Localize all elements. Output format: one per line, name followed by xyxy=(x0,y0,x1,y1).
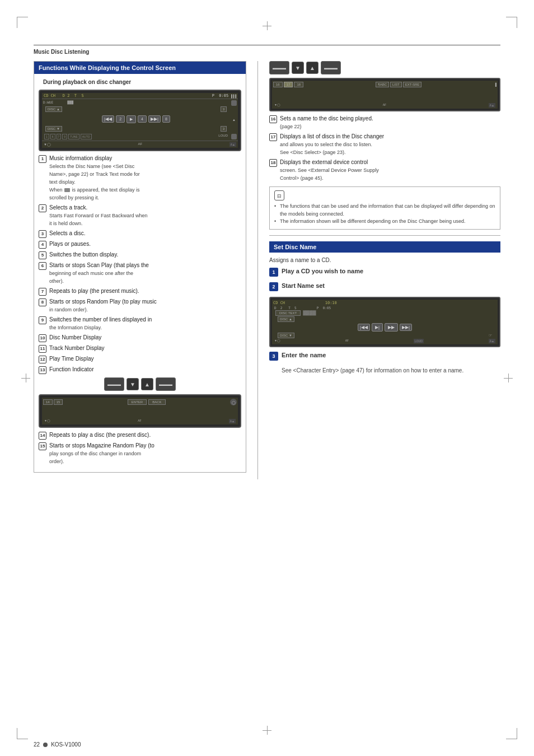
list-item: 7 Repeats to play (the present music). xyxy=(39,287,241,296)
section-header: Music Disc Listening xyxy=(34,45,500,55)
list-item: 15 Starts or stops Magazine Random Play … xyxy=(39,442,241,465)
page-footer: 22 KOS-V1000 xyxy=(34,741,81,748)
list-item: 17 Displays a list of discs in the Disc … xyxy=(269,133,500,156)
crosshair-bottom xyxy=(263,726,271,735)
note-icon: ⊟ xyxy=(274,190,284,200)
list-item: 18 Displays the external device control … xyxy=(269,158,500,182)
section-divider xyxy=(269,235,500,236)
set-disc-name-section: Set Disc Name Assigns a name to a CD. 1 … xyxy=(269,241,500,375)
device-screen-2: 14 15 ENTER BACK ◯ ▼◯ xyxy=(39,394,241,428)
model-name: KOS-V1000 xyxy=(51,741,81,748)
corner-mark-br xyxy=(506,728,517,739)
list-item: 16 Sets a name to the disc being played.… xyxy=(269,115,500,130)
note-bullets: The functions that can be used and the i… xyxy=(274,203,495,226)
list-item: 14 Repeats to play a disc (the present d… xyxy=(39,431,241,440)
items-list-1: 1 Music information display Selects the … xyxy=(39,155,241,374)
set-disc-name-subtitle: Assigns a name to a CD. xyxy=(269,257,500,263)
control-screen-box: Functions While Displaying the Control S… xyxy=(34,61,246,473)
crosshair-right xyxy=(504,374,513,382)
footer-dot xyxy=(43,743,48,747)
note-bullet-2: The information shown will be different … xyxy=(274,218,495,226)
list-item: 10 Disc Number Display xyxy=(39,334,241,342)
box-title: Functions While Displaying the Control S… xyxy=(34,62,246,74)
left-column: Functions While Displaying the Control S… xyxy=(34,61,246,479)
set-disc-name-title: Set Disc Name xyxy=(269,241,500,253)
list-item: 4 Plays or pauses. xyxy=(39,240,241,249)
screen-button-2: ▬▬▬ xyxy=(156,377,176,391)
list-item: 3 Selects a disc. xyxy=(39,230,241,238)
screen-button-up: ▲ xyxy=(141,378,153,390)
list-item: 9 Switches the number of lines displayed… xyxy=(39,316,241,332)
list-item: 8 Starts or stops Random Play (to play m… xyxy=(39,298,241,314)
note-box: ⊟ The functions that can be used and the… xyxy=(269,186,500,230)
right-items-list: 16 Sets a name to the disc being played.… xyxy=(269,115,500,182)
step-2: 2 Start Name set xyxy=(269,282,500,291)
list-item: 2 Selects a track. Starts Fast Forward o… xyxy=(39,204,241,227)
corner-mark-tr xyxy=(506,17,517,28)
list-item: 11 Track Number Display xyxy=(39,344,241,353)
box-subtitle: During playback on disc changer xyxy=(39,76,241,86)
step-3: 3 Enter the name xyxy=(269,352,500,361)
icon-buttons-area: ▬▬▬ ▼ ▲ ▬▬▬ xyxy=(39,377,241,391)
screen-button-down: ▼ xyxy=(127,378,139,390)
right-column: ▬▬▬ ▼ ▲ ▬▬▬ 16 17 xyxy=(269,61,500,479)
step-1: 1 Play a CD you wish to name xyxy=(269,268,500,277)
list-item: 5 Switches the button display. xyxy=(39,251,241,259)
right-icon-buttons: ▬▬▬ ▼ ▲ ▬▬▬ xyxy=(269,61,500,74)
device-screen-1: CD CH D 2 T S P 0:05 ▐▐▐ D:WUE ▓▓▓ xyxy=(39,90,241,151)
device-screen-right: 16 17 18 ¶ABC LIST EXT-SRE ▐ ▼◯ A xyxy=(269,78,500,111)
list-item: 1 Music information display Selects the … xyxy=(39,155,241,202)
note-bullet-1: The functions that can be used and the i… xyxy=(274,203,495,218)
corner-mark-bl xyxy=(17,728,28,739)
device-screen-set-disc: CD CH 10:10 D 2 T 5 P 0:05 DISC TEXT ▓▓▓… xyxy=(269,297,500,347)
crosshair-left xyxy=(21,374,30,382)
items-list-2: 14 Repeats to play a disc (the present d… xyxy=(39,431,241,465)
page-number: 22 xyxy=(34,741,40,748)
list-item: 12 Play Time Display xyxy=(39,355,241,363)
screen-button-1: ▬▬▬ xyxy=(104,377,124,391)
corner-mark-tl xyxy=(17,17,28,28)
list-item: 6 Starts or stops Scan Play (that plays … xyxy=(39,262,241,285)
list-item: 13 Function Indicator xyxy=(39,366,241,374)
step-3-desc: See <Character Entry> (page 47) for info… xyxy=(282,366,500,375)
crosshair-top xyxy=(263,21,271,30)
column-divider xyxy=(257,61,258,479)
